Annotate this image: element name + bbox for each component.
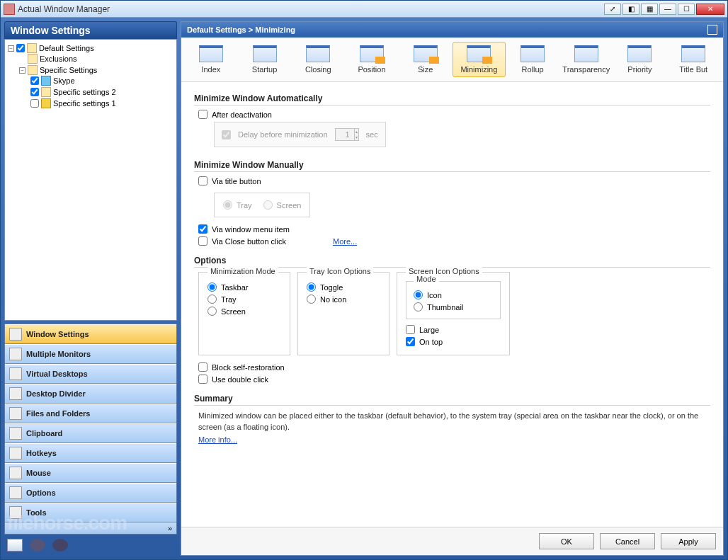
check-via-close[interactable] bbox=[198, 236, 207, 246]
startup-icon bbox=[253, 45, 277, 62]
sidebar-bottom-icons bbox=[4, 535, 177, 556]
window-body: Window Settings − Default Settings bbox=[1, 18, 727, 559]
tab-size[interactable]: Size bbox=[399, 42, 453, 77]
window-title: Actual Window Manager bbox=[18, 4, 604, 14]
apply-button[interactable]: Apply bbox=[661, 533, 716, 549]
nav-label: Mouse bbox=[26, 469, 51, 477]
tree-item-exclusions[interactable]: Exclusions bbox=[40, 55, 77, 63]
tree-item-skype[interactable]: Skype bbox=[53, 76, 75, 85]
radio-mm-screen[interactable] bbox=[207, 307, 217, 316]
tree-collapse-icon[interactable]: − bbox=[8, 45, 14, 52]
nav-options[interactable]: Options bbox=[5, 483, 176, 503]
nav-virtual-desktops[interactable]: Virtual Desktops bbox=[5, 364, 176, 384]
feedback-icon[interactable] bbox=[52, 539, 68, 552]
hotkeys-icon bbox=[9, 447, 22, 459]
tab-rollup[interactable]: Rollup bbox=[506, 42, 559, 77]
nav-mouse[interactable]: Mouse bbox=[5, 463, 176, 483]
check-large[interactable] bbox=[406, 325, 415, 334]
check-after-deactivation[interactable] bbox=[198, 110, 207, 119]
fieldset-screen-mode: Mode Icon Thumbnail bbox=[406, 281, 501, 319]
desktops-icon bbox=[9, 367, 22, 380]
link-more-info[interactable]: More info... bbox=[198, 435, 237, 444]
tree-check-spec1[interactable] bbox=[30, 99, 39, 108]
tab-title-buttons[interactable]: Title But bbox=[666, 42, 720, 77]
nav-hotkeys[interactable]: Hotkeys bbox=[5, 443, 176, 463]
tree-collapse-icon[interactable]: − bbox=[19, 67, 25, 74]
nav-label: Clipboard bbox=[26, 429, 62, 438]
minimize-button[interactable]: — bbox=[659, 4, 676, 15]
nav-desktop-divider[interactable]: Desktop Divider bbox=[5, 384, 176, 404]
ok-button[interactable]: OK bbox=[539, 533, 594, 549]
tree-check-default[interactable] bbox=[16, 44, 25, 52]
label-delay: Delay before minimization bbox=[238, 130, 328, 139]
tab-closing[interactable]: Closing bbox=[291, 42, 345, 77]
cancel-button[interactable]: Cancel bbox=[600, 533, 655, 549]
nav-label: Window Settings bbox=[26, 330, 89, 338]
nav-expand-button[interactable]: » bbox=[5, 522, 176, 534]
closing-icon bbox=[306, 45, 330, 62]
nav-label: Desktop Divider bbox=[26, 389, 86, 398]
chrome-icon bbox=[41, 98, 51, 108]
check-double-click[interactable] bbox=[198, 375, 207, 384]
label-icon: Icon bbox=[427, 291, 442, 299]
panel-menu-icon[interactable] bbox=[707, 25, 717, 35]
tab-minimizing[interactable]: Minimizing bbox=[453, 42, 506, 77]
web-icon[interactable] bbox=[30, 539, 45, 552]
maximize-button[interactable]: ☐ bbox=[678, 4, 695, 15]
content-area: Minimize Window Automatically After deac… bbox=[181, 82, 723, 527]
section-summary-title: Summary bbox=[194, 394, 710, 406]
tree-item-spec1[interactable]: Specific settings 1 bbox=[53, 99, 116, 108]
tab-label: Priority bbox=[627, 65, 652, 74]
nav-label: Virtual Desktops bbox=[26, 370, 88, 378]
titlebar-extra-button-3[interactable]: ▦ bbox=[641, 4, 658, 15]
tree-item-specific[interactable]: Specific Settings bbox=[40, 66, 97, 74]
tab-transparency[interactable]: Transparency bbox=[559, 42, 613, 77]
tab-priority[interactable]: Priority bbox=[613, 42, 667, 77]
radio-icon[interactable] bbox=[414, 290, 423, 299]
nav-clipboard[interactable]: Clipboard bbox=[5, 423, 176, 443]
titlebar-extra-button-1[interactable]: ⤢ bbox=[604, 4, 621, 15]
radio-taskbar[interactable] bbox=[207, 282, 217, 292]
delay-group: Delay before minimization 1 sec bbox=[214, 122, 386, 147]
nav-window-settings[interactable]: Window Settings bbox=[5, 324, 176, 344]
tab-startup[interactable]: Startup bbox=[238, 42, 292, 77]
radio-toggle[interactable] bbox=[307, 282, 316, 292]
tab-label: Position bbox=[358, 65, 385, 74]
label-via-menu: Via window menu item bbox=[212, 225, 290, 234]
tab-index[interactable]: Index bbox=[184, 42, 238, 77]
label-delay-unit: sec bbox=[366, 130, 378, 139]
fieldset-tray-opts: Tray Icon Options Toggle No icon bbox=[297, 272, 389, 355]
settings-tree[interactable]: − Default Settings Exclusions bbox=[4, 39, 177, 321]
check-block-self[interactable] bbox=[198, 362, 207, 372]
nav-files-folders[interactable]: Files and Folders bbox=[5, 404, 176, 423]
tree-item-default[interactable]: Default Settings bbox=[39, 44, 94, 52]
tree-check-spec2[interactable] bbox=[30, 88, 39, 96]
help-icon[interactable] bbox=[7, 539, 23, 552]
radio-mm-tray[interactable] bbox=[207, 295, 217, 304]
link-more-manual[interactable]: More... bbox=[333, 237, 357, 246]
nav-multiple-monitors[interactable]: Multiple Monitors bbox=[5, 344, 176, 364]
skype-icon bbox=[41, 76, 51, 86]
check-ontop[interactable] bbox=[406, 337, 415, 346]
minimizing-icon bbox=[467, 45, 491, 62]
tree-check-skype[interactable] bbox=[30, 76, 39, 85]
tools-icon bbox=[9, 506, 22, 519]
divider-icon bbox=[9, 387, 22, 400]
sidebar-header: Window Settings bbox=[4, 21, 177, 39]
close-button[interactable]: ✕ bbox=[696, 4, 724, 15]
spinner-delay[interactable]: 1 bbox=[335, 128, 359, 141]
nav-tools[interactable]: Tools bbox=[5, 503, 176, 522]
summary-text: Minimized window can be placed either to… bbox=[198, 410, 710, 433]
label-noicon: No icon bbox=[320, 295, 346, 304]
tab-position[interactable]: Position bbox=[345, 42, 399, 77]
dialog-footer: OK Cancel Apply bbox=[181, 527, 723, 555]
titlebar-extra-button-2[interactable]: ◧ bbox=[622, 4, 639, 15]
transparency-icon bbox=[574, 45, 598, 62]
radio-thumbnail[interactable] bbox=[414, 302, 423, 312]
label-ontop: On top bbox=[419, 338, 443, 346]
tree-item-spec2[interactable]: Specific settings 2 bbox=[53, 88, 116, 96]
check-via-menu[interactable] bbox=[198, 224, 207, 234]
tab-label: Index bbox=[201, 65, 220, 74]
radio-noicon[interactable] bbox=[307, 295, 316, 304]
check-via-title[interactable] bbox=[198, 176, 207, 185]
